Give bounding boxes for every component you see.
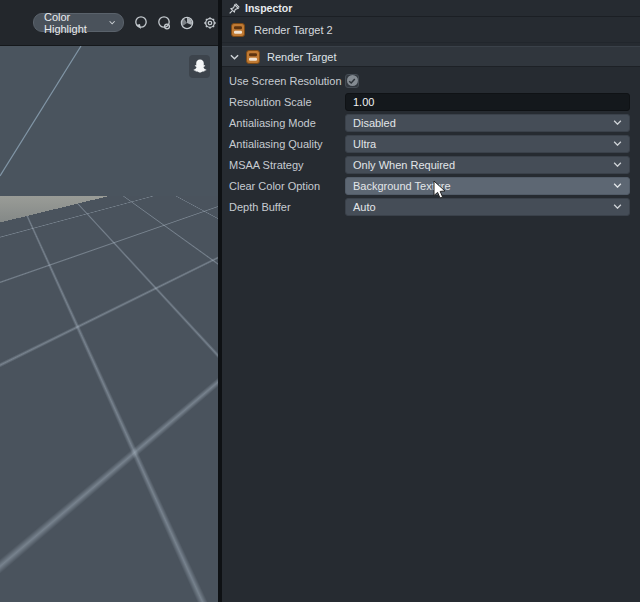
row-msaa-strategy: MSAA Strategy Only When Required — [222, 154, 640, 175]
ground-grid — [0, 196, 218, 602]
resolution-scale-input[interactable] — [345, 93, 630, 111]
row-resolution-scale: Resolution Scale — [222, 91, 640, 112]
viewport-icon-group — [132, 14, 218, 31]
render-target-icon — [246, 50, 260, 64]
chevron-down-icon — [613, 183, 622, 188]
antialiasing-mode-select[interactable]: Disabled — [345, 114, 630, 132]
gear-icon[interactable] — [201, 14, 218, 31]
pin-icon[interactable] — [228, 2, 241, 15]
selected-value: Background Texture — [353, 180, 451, 192]
property-label: Depth Buffer — [222, 201, 345, 213]
lens-capture-icon[interactable] — [155, 14, 172, 31]
row-clear-color-option: Clear Color Option Background Texture — [222, 175, 640, 196]
selected-object-row[interactable]: Render Target 2 — [222, 17, 640, 43]
render-target-icon — [231, 23, 245, 37]
selected-value: Auto — [353, 201, 376, 213]
view-mode-label: Color Highlight — [44, 11, 101, 35]
depth-buffer-select[interactable]: Auto — [345, 198, 630, 216]
chevron-down-icon — [613, 120, 622, 125]
chevron-down-icon[interactable] — [230, 54, 239, 60]
check-icon — [348, 77, 356, 85]
shutter-icon[interactable] — [178, 14, 195, 31]
inspector-title: Inspector — [245, 2, 292, 14]
selected-value: Ultra — [353, 138, 376, 150]
property-label: Clear Color Option — [222, 180, 345, 192]
3d-viewport[interactable]: Color Highlight — [0, 0, 218, 602]
clear-color-option-select[interactable]: Background Texture — [345, 177, 630, 195]
chevron-down-icon — [109, 20, 115, 25]
chevron-down-icon — [613, 141, 622, 146]
selected-object-name: Render Target 2 — [254, 24, 333, 36]
inspector-header: Inspector — [222, 0, 640, 17]
selected-value: Disabled — [353, 117, 396, 129]
viewport-toolbar: Color Highlight — [0, 0, 218, 46]
property-rows: Use Screen Resolution Resolution Scale — [222, 67, 640, 217]
use-screen-resolution-checkbox[interactable] — [345, 74, 359, 88]
msaa-strategy-select[interactable]: Only When Required — [345, 156, 630, 174]
chevron-down-icon — [613, 204, 622, 209]
inspector-panel: Inspector Render Target 2 Render Target — [222, 0, 640, 602]
row-use-screen-resolution: Use Screen Resolution — [222, 70, 640, 91]
view-mode-dropdown[interactable]: Color Highlight — [33, 13, 124, 32]
selected-value: Only When Required — [353, 159, 455, 171]
scene-view[interactable] — [0, 46, 218, 602]
chevron-down-icon — [613, 162, 622, 167]
property-label: Antialiasing Mode — [222, 117, 345, 129]
section-header-render-target[interactable]: Render Target — [222, 46, 640, 67]
row-antialiasing-mode: Antialiasing Mode Disabled — [222, 112, 640, 133]
row-depth-buffer: Depth Buffer Auto — [222, 196, 640, 217]
antialiasing-quality-select[interactable]: Ultra — [345, 135, 630, 153]
property-label: Use Screen Resolution — [222, 75, 345, 87]
property-label: MSAA Strategy — [222, 159, 345, 171]
section-title: Render Target — [267, 51, 337, 63]
snapchat-ghost-icon[interactable] — [189, 55, 210, 78]
lens-preview-icon[interactable] — [132, 14, 149, 31]
lens-studio-window: Color Highlight — [0, 0, 640, 602]
row-antialiasing-quality: Antialiasing Quality Ultra — [222, 133, 640, 154]
property-label: Resolution Scale — [222, 96, 345, 108]
property-label: Antialiasing Quality — [222, 138, 345, 150]
